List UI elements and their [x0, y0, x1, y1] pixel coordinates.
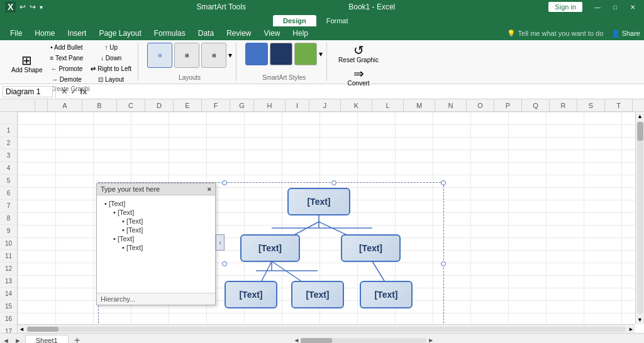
hscroll-right-btn[interactable]: ► — [428, 337, 434, 343]
vscroll-track[interactable] — [637, 122, 643, 314]
col-header-H[interactable]: H — [254, 99, 286, 111]
share-button[interactable]: 👤 Share — [611, 30, 640, 38]
col-header-J[interactable]: J — [309, 99, 341, 111]
layout-button[interactable]: ⊡ Layout — [88, 75, 134, 84]
demote-button[interactable]: → Demote — [48, 75, 86, 84]
col-header-F[interactable]: F — [202, 99, 230, 111]
style-preview-2[interactable] — [270, 43, 292, 65]
hscroll-thumb[interactable] — [27, 327, 58, 332]
maximize-button[interactable]: □ — [609, 2, 621, 12]
bottom-hscroll-track[interactable] — [301, 338, 426, 343]
add-shape-button[interactable]: ⊞ Add Shape — [9, 53, 45, 75]
smartart-box-bot-mid[interactable]: [Text] — [291, 281, 344, 308]
grid[interactable]: Type your text here × • [Text] • [Text] … — [18, 112, 644, 333]
move-up-button[interactable]: ↑ Up — [88, 43, 134, 52]
sheet-tab-sheet1[interactable]: Sheet1 — [25, 335, 69, 343]
tab-format[interactable]: Format — [316, 15, 358, 26]
move-down-button[interactable]: ↓ Down — [88, 53, 134, 63]
redo-icon[interactable]: ↪ — [30, 3, 36, 11]
text-item-0[interactable]: • [Text] — [102, 199, 210, 208]
promote-button[interactable]: ← Promote — [48, 64, 86, 74]
signin-button[interactable]: Sign in — [548, 2, 582, 12]
add-sheet-button[interactable]: + — [71, 334, 84, 344]
text-item-1[interactable]: • [Text] — [102, 208, 210, 217]
tab-help[interactable]: Help — [286, 26, 314, 40]
resize-handle-mr[interactable] — [441, 261, 446, 266]
layout-preview-3[interactable]: ⊞ — [201, 43, 226, 68]
tab-insert[interactable]: Insert — [61, 26, 92, 40]
col-header-T[interactable]: T — [605, 99, 633, 111]
formula-input[interactable] — [90, 87, 641, 96]
smartart-box-bot-right[interactable]: [Text] — [360, 281, 413, 308]
col-header-U[interactable]: U — [633, 99, 644, 111]
pane-collapse-arrow[interactable]: ‹ — [216, 234, 225, 251]
scroll-down-button[interactable]: ▼ — [636, 315, 644, 324]
col-header-C[interactable]: C — [117, 99, 145, 111]
horizontal-scrollbar[interactable]: ◄ ► — [18, 324, 635, 333]
insert-function-icon[interactable]: fx — [80, 87, 87, 96]
text-item-3[interactable]: • [Text] — [102, 226, 210, 234]
scroll-left-button[interactable]: ◄ — [18, 325, 26, 334]
text-item-4[interactable]: • [Text] — [102, 234, 210, 243]
tell-me-input[interactable] — [518, 30, 606, 37]
convert-button[interactable]: ⇒ Convert — [345, 66, 372, 88]
style-preview-3[interactable] — [294, 43, 317, 65]
resize-handle-tl[interactable] — [222, 180, 227, 185]
layout-preview-2[interactable]: ⊞ — [174, 43, 199, 68]
tab-design[interactable]: Design — [273, 15, 316, 26]
cancel-formula-icon[interactable]: ✕ — [61, 87, 68, 96]
right-to-left-button[interactable]: ⇄ Right to Left — [88, 64, 134, 74]
col-header-P[interactable]: P — [494, 99, 522, 111]
scroll-right-button[interactable]: ► — [627, 325, 635, 334]
smartart-selection-border[interactable]: Type your text here × • [Text] • [Text] … — [98, 182, 444, 333]
col-header-O[interactable]: O — [467, 99, 494, 111]
minimize-button[interactable]: — — [591, 2, 604, 12]
tab-file[interactable]: File — [4, 26, 28, 40]
text-pane-close-button[interactable]: × — [208, 185, 211, 193]
scroll-up-button[interactable]: ▲ — [636, 112, 644, 121]
close-button[interactable]: ✕ — [626, 2, 639, 12]
col-header-I[interactable]: I — [286, 99, 309, 111]
confirm-formula-icon[interactable]: ✓ — [70, 87, 77, 96]
text-item-5[interactable]: • [Text] — [102, 243, 210, 252]
reset-graphic-button[interactable]: ↺ Reset Graphic — [336, 43, 381, 65]
text-pane-button[interactable]: ≡ Text Pane — [48, 53, 86, 63]
tab-page-layout[interactable]: Page Layout — [92, 26, 147, 40]
smartart-box-top[interactable]: [Text] — [287, 188, 350, 215]
layouts-more-button[interactable]: ▾ — [228, 51, 232, 60]
style-preview-1[interactable] — [245, 43, 268, 65]
tab-home[interactable]: Home — [28, 26, 61, 40]
vertical-scrollbar[interactable]: ▲ ▼ — [635, 112, 644, 324]
scroll-sheets-left[interactable]: ◄ — [0, 337, 12, 344]
col-header-G[interactable]: G — [230, 99, 254, 111]
hscroll-left-btn[interactable]: ◄ — [293, 337, 299, 343]
add-bullet-button[interactable]: • Add Bullet — [48, 43, 86, 52]
col-header-D[interactable]: D — [145, 99, 174, 111]
col-header-K[interactable]: K — [341, 99, 372, 111]
col-header-B[interactable]: B — [82, 99, 117, 111]
col-header-Q[interactable]: Q — [522, 99, 550, 111]
smartart-box-mid-right[interactable]: [Text] — [341, 234, 401, 262]
undo-icon[interactable]: ↩ — [19, 3, 26, 11]
tell-me-box[interactable]: 💡 — [507, 30, 611, 38]
text-item-2[interactable]: • [Text] — [102, 217, 210, 226]
quick-access-more[interactable]: ▾ — [40, 4, 43, 11]
col-header-M[interactable]: M — [404, 99, 435, 111]
name-box[interactable] — [3, 86, 53, 97]
col-header-N[interactable]: N — [435, 99, 467, 111]
styles-more-button[interactable]: ▾ — [319, 50, 323, 58]
tab-data[interactable]: Data — [192, 26, 220, 40]
vscroll-thumb[interactable] — [637, 122, 643, 141]
layout-preview-1[interactable]: ⊞ — [147, 43, 172, 68]
col-header-S[interactable]: S — [577, 99, 605, 111]
hscroll-track[interactable] — [27, 327, 626, 332]
resize-handle-ml[interactable] — [222, 261, 227, 266]
smartart-box-mid-left[interactable]: [Text] — [240, 234, 300, 262]
tab-formulas[interactable]: Formulas — [148, 26, 192, 40]
smartart-box-bot-left[interactable]: [Text] — [225, 281, 277, 308]
bottom-hscroll-thumb[interactable] — [301, 338, 332, 343]
resize-handle-tr[interactable] — [441, 180, 446, 185]
col-header-R[interactable]: R — [550, 99, 577, 111]
tab-review[interactable]: Review — [220, 26, 257, 40]
resize-handle-tc[interactable] — [331, 180, 336, 185]
